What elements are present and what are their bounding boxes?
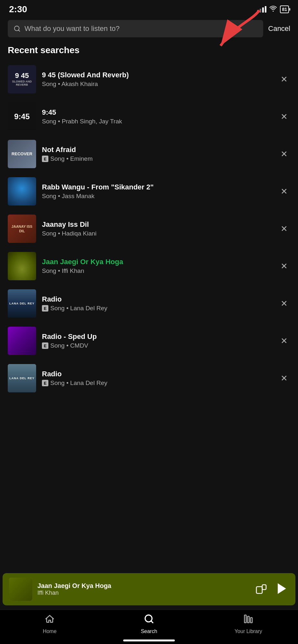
item-subtitle: Song • Hadiqa Kiani	[42, 230, 272, 237]
item-info: Radio E Song • Lana Del Rey	[42, 370, 272, 387]
item-thumbnail	[8, 327, 36, 355]
remove-item-button[interactable]: ✕	[278, 184, 290, 199]
devices-icon[interactable]	[255, 583, 267, 596]
item-info: 9:45 Song • Prabh Singh, Jay Trak	[42, 108, 272, 125]
list-item[interactable]: 9 45 SLOWED AND REVERB 9 45 (Slowed And …	[0, 61, 298, 98]
item-thumbnail	[8, 177, 36, 206]
item-thumbnail: LANA DEL REY	[8, 364, 36, 392]
item-subtitle: Song • Prabh Singh, Jay Trak	[42, 118, 272, 125]
mini-player-info: Jaan Jaegi Or Kya Hoga Iffi Khan	[37, 582, 250, 596]
remove-item-button[interactable]: ✕	[278, 72, 290, 87]
item-title: Jaanay Iss Dil	[42, 220, 272, 229]
mini-player-controls	[255, 582, 289, 597]
nav-item-home[interactable]: Home	[0, 614, 99, 634]
item-title: Not Afraid	[42, 146, 272, 154]
item-title: Radio	[42, 295, 272, 303]
item-thumbnail: JAANAY ISS DIL	[8, 215, 36, 243]
nav-label-search: Search	[141, 629, 157, 634]
svg-rect-6	[244, 615, 246, 623]
explicit-badge: E	[42, 342, 48, 349]
search-bar-container: What do you want to listen to? Cancel	[0, 17, 298, 43]
item-thumbnail	[8, 252, 36, 280]
item-title: Radio - Sped Up	[42, 332, 272, 341]
remove-item-button[interactable]: ✕	[278, 259, 290, 274]
mini-player-artist: Iffi Khan	[37, 590, 250, 596]
remove-item-button[interactable]: ✕	[278, 333, 290, 349]
list-item[interactable]: 9:45 9:45 Song • Prabh Singh, Jay Trak ✕	[0, 98, 298, 135]
svg-rect-7	[247, 616, 249, 623]
search-results-list: 9 45 SLOWED AND REVERB 9 45 (Slowed And …	[0, 61, 298, 397]
wifi-icon	[269, 5, 277, 14]
signal-icon	[257, 6, 266, 13]
list-item[interactable]: Radio - Sped Up E Song • CMDV ✕	[0, 322, 298, 360]
item-info: Not Afraid E Song • Eminem	[42, 146, 272, 162]
item-info: Jaanay Iss Dil Song • Hadiqa Kiani	[42, 220, 272, 237]
remove-item-button[interactable]: ✕	[278, 296, 290, 311]
list-item[interactable]: Rabb Wangu - From "Sikander 2" Song • Ja…	[0, 173, 298, 210]
item-subtitle: Song • Iffi Khan	[42, 267, 272, 274]
remove-item-button[interactable]: ✕	[278, 221, 290, 236]
svg-rect-8	[251, 618, 252, 623]
nav-label-home: Home	[43, 629, 57, 634]
item-subtitle: E Song • Eminem	[42, 155, 272, 162]
search-nav-icon	[144, 614, 154, 627]
item-subtitle: Song • Akash Khaira	[42, 81, 272, 88]
nav-label-library: Your Library	[234, 629, 262, 634]
item-thumbnail: 9 45 SLOWED AND REVERB	[8, 65, 36, 93]
search-input-wrapper[interactable]: What do you want to listen to?	[8, 20, 263, 37]
item-thumbnail: 9:45	[8, 102, 36, 131]
nav-item-search[interactable]: Search	[99, 614, 199, 634]
explicit-badge: E	[42, 305, 48, 312]
item-info: Radio - Sped Up E Song • CMDV	[42, 332, 272, 349]
item-thumbnail: LANA DEL REY	[8, 289, 36, 318]
remove-item-button[interactable]: ✕	[278, 371, 290, 386]
item-subtitle: E Song • Lana Del Rey	[42, 380, 272, 387]
status-time: 2:30	[9, 4, 27, 14]
mini-player-thumbnail	[9, 578, 32, 601]
battery-icon: 81	[280, 5, 289, 13]
explicit-badge: E	[42, 156, 48, 162]
remove-item-button[interactable]: ✕	[278, 147, 290, 162]
list-item[interactable]: LANA DEL REY Radio E Song • Lana Del Rey…	[0, 285, 298, 322]
list-item[interactable]: LANA DEL REY Radio E Song • Lana Del Rey…	[0, 360, 298, 397]
library-icon	[243, 614, 253, 627]
svg-marker-4	[278, 583, 286, 594]
svg-rect-2	[256, 587, 262, 593]
item-title: 9:45	[42, 108, 272, 117]
recent-searches-title: Recent searches	[0, 43, 298, 61]
item-title: Rabb Wangu - From "Sikander 2"	[42, 183, 272, 191]
item-thumbnail: RECOVER	[8, 140, 36, 168]
item-subtitle: Song • Jass Manak	[42, 193, 272, 200]
list-item[interactable]: RECOVER Not Afraid E Song • Eminem ✕	[0, 135, 298, 173]
item-title: Radio	[42, 370, 272, 378]
item-title: 9 45 (Slowed And Reverb)	[42, 71, 272, 79]
item-info: Rabb Wangu - From "Sikander 2" Song • Ja…	[42, 183, 272, 200]
explicit-badge: E	[42, 380, 48, 386]
item-subtitle: E Song • CMDV	[42, 342, 272, 349]
status-bar: 2:30 81	[0, 0, 298, 17]
item-info: Radio E Song • Lana Del Rey	[42, 295, 272, 312]
home-bar	[123, 639, 175, 641]
search-icon	[14, 25, 21, 32]
nav-item-library[interactable]: Your Library	[199, 614, 298, 634]
mini-player[interactable]: Jaan Jaegi Or Kya Hoga Iffi Khan	[3, 573, 295, 605]
bottom-nav: Home Search Your Library	[0, 610, 298, 644]
item-title: Jaan Jaegi Or Kya Hoga	[42, 258, 272, 266]
item-subtitle: E Song • Lana Del Rey	[42, 305, 272, 312]
home-icon	[45, 614, 55, 627]
cancel-button[interactable]: Cancel	[268, 24, 290, 33]
list-item[interactable]: Jaan Jaegi Or Kya Hoga Song • Iffi Khan …	[0, 247, 298, 285]
item-info: 9 45 (Slowed And Reverb) Song • Akash Kh…	[42, 71, 272, 88]
search-placeholder: What do you want to listen to?	[25, 24, 120, 33]
play-button[interactable]	[275, 582, 289, 597]
remove-item-button[interactable]: ✕	[278, 109, 290, 124]
status-icons: 81	[257, 5, 289, 14]
svg-rect-3	[262, 585, 266, 590]
mini-player-title: Jaan Jaegi Or Kya Hoga	[37, 582, 250, 590]
item-info: Jaan Jaegi Or Kya Hoga Song • Iffi Khan	[42, 258, 272, 274]
list-item[interactable]: JAANAY ISS DIL Jaanay Iss Dil Song • Had…	[0, 210, 298, 247]
